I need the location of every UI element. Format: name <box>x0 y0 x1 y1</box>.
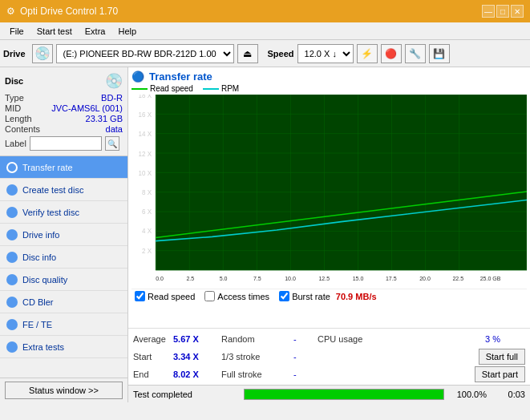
disc-mid-row: MID JVC-AMS6L (001) <box>5 103 123 113</box>
end-value: 8.02 X <box>173 370 221 379</box>
chart-title: 🔵 Transfer rate <box>131 71 527 83</box>
nav-disc-quality-label: Disc quality <box>22 275 67 285</box>
speed-icon-btn[interactable]: ⚡ <box>357 44 378 63</box>
menu-start-test[interactable]: Start test <box>30 25 79 38</box>
cpu-label: CPU usage <box>318 334 485 344</box>
start-full-button[interactable]: Start full <box>479 349 525 365</box>
status-time: 0:03 <box>493 390 525 399</box>
nav-extra-tests[interactable]: Extra tests <box>0 336 127 358</box>
chart-icon: 🔵 <box>131 71 144 83</box>
access-times-cb-label[interactable]: Access times <box>217 292 269 301</box>
svg-text:20.0: 20.0 <box>419 276 431 282</box>
nav-menu: Transfer rate Create test disc Verify te… <box>0 156 127 358</box>
disc-section: Disc 💿 Type BD-R MID JVC-AMS6L (001) Len… <box>0 67 127 156</box>
status-window-button[interactable]: Status window >> <box>5 382 123 399</box>
legend-rpm: RPM <box>203 84 239 93</box>
svg-text:18 X: 18 X <box>139 95 152 99</box>
chart-title-text: Transfer rate <box>149 71 212 83</box>
minimize-button[interactable]: — <box>482 5 495 18</box>
legend-read-speed-color <box>131 88 148 90</box>
disc-section-title: Disc <box>5 76 23 86</box>
nav-fe-te-label: FE / TE <box>22 320 52 329</box>
label-label: Label <box>5 139 26 148</box>
legend-rpm-color <box>203 88 219 90</box>
svg-text:12 X: 12 X <box>139 151 152 158</box>
speed-select[interactable]: 12.0 X ↓ <box>297 44 354 63</box>
legend-rpm-label: RPM <box>221 84 239 93</box>
drive-label: Drive <box>3 49 26 59</box>
random-value: - <box>293 334 318 344</box>
sidebar-status: Status window >> <box>0 378 127 402</box>
stroke1-label: 1/3 stroke <box>221 352 293 361</box>
label-input[interactable] <box>30 136 102 151</box>
progress-bar-container <box>244 389 444 400</box>
svg-text:2 X: 2 X <box>142 248 152 255</box>
titlebar: ⚙ Opti Drive Control 1.70 — □ ✕ <box>0 0 530 22</box>
progress-bar <box>245 390 443 399</box>
nav-disc-quality[interactable]: Disc quality <box>0 269 127 291</box>
nav-create-test-disc[interactable]: Create test disc <box>0 179 127 201</box>
nav-verify-test-disc[interactable]: Verify test disc <box>0 201 127 224</box>
access-times-checkbox[interactable] <box>204 291 215 301</box>
random-label: Random <box>221 334 293 344</box>
nav-transfer-rate-label: Transfer rate <box>22 163 73 172</box>
maximize-button[interactable]: □ <box>496 5 509 18</box>
menu-help[interactable]: Help <box>111 25 143 38</box>
average-value: 5.67 X <box>173 334 221 344</box>
status-text: Test completed <box>133 390 237 399</box>
eject-button[interactable]: ⏏ <box>237 44 258 63</box>
chart-checkboxes: Read speed Access times Burst rate 70.9 … <box>131 289 527 303</box>
svg-text:2.5: 2.5 <box>186 276 194 282</box>
nav-transfer-rate[interactable]: Transfer rate <box>0 156 127 179</box>
svg-text:5.0: 5.0 <box>220 276 228 282</box>
svg-text:10 X: 10 X <box>139 170 152 177</box>
save-button[interactable]: 💾 <box>429 44 450 63</box>
nav-cd-bler-label: CD Bler <box>22 297 54 307</box>
nav-drive-info-label: Drive info <box>22 230 59 240</box>
type-label: Type <box>5 93 24 103</box>
end-label: End <box>133 370 173 379</box>
mid-label: MID <box>5 103 21 113</box>
label-icon-button[interactable]: 🔍 <box>105 136 119 151</box>
nav-fe-te[interactable]: FE / TE <box>0 313 127 336</box>
menu-extra[interactable]: Extra <box>79 25 112 38</box>
type-value: BD-R <box>101 93 123 103</box>
length-label: Length <box>5 114 32 123</box>
drive-icon-btn: 💿 <box>32 44 53 63</box>
svg-text:16 X: 16 X <box>139 111 152 119</box>
burst-rate-cb-label[interactable]: Burst rate <box>292 292 330 301</box>
svg-text:10.0: 10.0 <box>285 276 296 282</box>
disc-icon: 💿 <box>105 72 123 90</box>
burst-rate-checkbox-item: Burst rate 70.9 MB/s <box>279 291 376 301</box>
mid-value: JVC-AMS6L (001) <box>51 103 123 113</box>
svg-text:25.0 GB: 25.0 GB <box>480 276 501 282</box>
menu-file[interactable]: File <box>3 25 30 38</box>
close-button[interactable]: ✕ <box>511 5 524 18</box>
access-times-checkbox-item: Access times <box>204 291 269 301</box>
nav-disc-info[interactable]: Disc info <box>0 246 127 269</box>
content-area: 🔵 Transfer rate Read speed RPM <box>128 67 530 402</box>
burn-button[interactable]: 🔴 <box>381 44 402 63</box>
statusbar: Test completed 100.0% 0:03 <box>128 385 530 402</box>
nav-cd-bler[interactable]: CD Bler <box>0 291 127 313</box>
status-percent: 100.0% <box>451 390 487 399</box>
drive-toolbar: Drive 💿 (E:) PIONEER BD-RW BDR-212D 1.00… <box>0 40 530 67</box>
titlebar-left: ⚙ Opti Drive Control 1.70 <box>6 6 118 17</box>
stroke1-value: - <box>293 352 318 361</box>
read-speed-checkbox[interactable] <box>135 291 145 301</box>
stats-row-1: Average 5.67 X Random - CPU usage 3 % <box>133 330 525 348</box>
sidebar: Disc 💿 Type BD-R MID JVC-AMS6L (001) Len… <box>0 67 128 402</box>
settings-button[interactable]: 🔧 <box>405 44 426 63</box>
svg-text:15.0: 15.0 <box>353 276 364 282</box>
nav-drive-info[interactable]: Drive info <box>0 224 127 246</box>
start-part-button[interactable]: Start part <box>475 366 525 382</box>
burst-rate-checkbox[interactable] <box>279 291 289 301</box>
drive-select[interactable]: (E:) PIONEER BD-RW BDR-212D 1.00 <box>56 44 234 63</box>
read-speed-cb-label[interactable]: Read speed <box>148 292 195 301</box>
legend-read-speed: Read speed <box>131 84 193 93</box>
titlebar-controls: — □ ✕ <box>482 5 524 18</box>
contents-label: Contents <box>5 124 40 134</box>
nav-create-test-disc-label: Create test disc <box>22 185 83 195</box>
cpu-value: 3 % <box>485 334 525 344</box>
svg-text:6 X: 6 X <box>142 208 152 216</box>
